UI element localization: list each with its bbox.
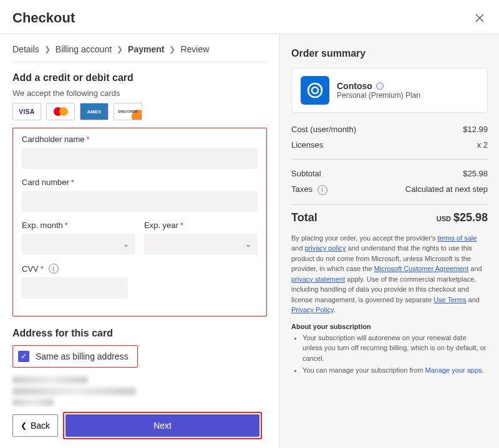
tax-label: Taxes: [291, 184, 312, 194]
chevron-right-icon: ❯: [117, 45, 123, 54]
same-address-checkbox[interactable]: ✓: [18, 351, 29, 362]
verified-badge-icon: [376, 82, 384, 90]
crumb-review: Review: [180, 44, 209, 54]
lic-value: x 2: [477, 140, 488, 150]
cvv-label: CVV*: [22, 264, 44, 274]
product-card: Contoso Personal (Premium) Plan: [291, 68, 488, 113]
same-address-label: Same as billing address: [36, 351, 128, 361]
crumb-details[interactable]: Details: [12, 44, 39, 54]
about-bullet-2: You can manage your subscription from Ma…: [303, 365, 488, 376]
close-icon[interactable]: [473, 11, 487, 25]
order-summary-heading: Order summary: [291, 48, 488, 59]
page-title: Checkout: [12, 10, 75, 26]
visa-icon: VISA: [12, 103, 41, 120]
about-heading: About your subscription: [291, 323, 488, 330]
sub-value: $25.98: [463, 169, 488, 178]
use-terms-link[interactable]: Use Terms: [434, 296, 466, 303]
address-preview: [12, 376, 150, 406]
currency: USD: [437, 215, 451, 222]
privacy-policy2-link[interactable]: Privacy Policy: [291, 306, 334, 313]
exp-month-label: Exp. month*: [22, 221, 135, 230]
info-icon[interactable]: i: [317, 185, 327, 195]
discover-icon: DISCOVER: [114, 103, 142, 120]
add-card-heading: Add a credit or debit card: [12, 72, 267, 83]
exp-month-select[interactable]: [22, 234, 135, 255]
svg-point-3: [312, 87, 318, 93]
total-value: $25.98: [453, 211, 488, 224]
legal-text: By placing your order, you accept the pr…: [291, 233, 488, 315]
address-heading: Address for this card: [12, 328, 267, 339]
exp-year-label: Exp. year*: [144, 221, 258, 230]
about-bullet-1: Your subscription will autorenew on your…: [303, 333, 488, 364]
crumb-payment: Payment: [128, 44, 164, 54]
card-number-label: Card number*: [22, 178, 258, 187]
crumb-billing[interactable]: Billing account: [56, 44, 112, 54]
chevron-right-icon: ❯: [44, 45, 51, 54]
exp-year-select[interactable]: [144, 234, 258, 255]
accept-text: We accept the following cards: [12, 88, 267, 98]
next-button[interactable]: Next: [65, 414, 259, 437]
info-icon[interactable]: i: [49, 264, 59, 274]
cardholder-name-label: Cardholder name*: [22, 135, 258, 144]
lic-label: Licenses: [291, 140, 323, 150]
cardholder-name-field[interactable]: [22, 148, 258, 169]
privacy-statement-link[interactable]: privacy statement: [291, 275, 345, 283]
product-logo-icon: [301, 76, 329, 105]
breadcrumb: Details ❯ Billing account ❯ Payment ❯ Re…: [12, 44, 267, 54]
manage-apps-link[interactable]: Manage your apps: [425, 366, 482, 374]
mastercard-icon: [46, 103, 75, 120]
product-name: Contoso: [337, 81, 372, 91]
total-label: Total: [291, 211, 317, 224]
sub-label: Subtotal: [291, 169, 321, 178]
cvv-field[interactable]: [22, 277, 128, 298]
tax-value: Calculated at next step: [405, 184, 488, 195]
terms-of-sale-link[interactable]: terms of sale: [437, 234, 477, 242]
card-number-field[interactable]: [22, 191, 258, 212]
cost-value: $12.99: [463, 125, 488, 134]
back-button[interactable]: ❮ Back: [12, 414, 58, 437]
chevron-right-icon: ❯: [169, 45, 175, 54]
amex-icon: AMEX: [80, 103, 109, 120]
product-plan: Personal (Premium) Plan: [337, 91, 420, 100]
chevron-left-icon: ❮: [21, 421, 27, 430]
cost-label: Cost (user/month): [291, 125, 356, 134]
mca-link[interactable]: Microsoft Customer Agreement: [374, 265, 469, 272]
privacy-policy-link[interactable]: privacy policy: [304, 244, 346, 252]
